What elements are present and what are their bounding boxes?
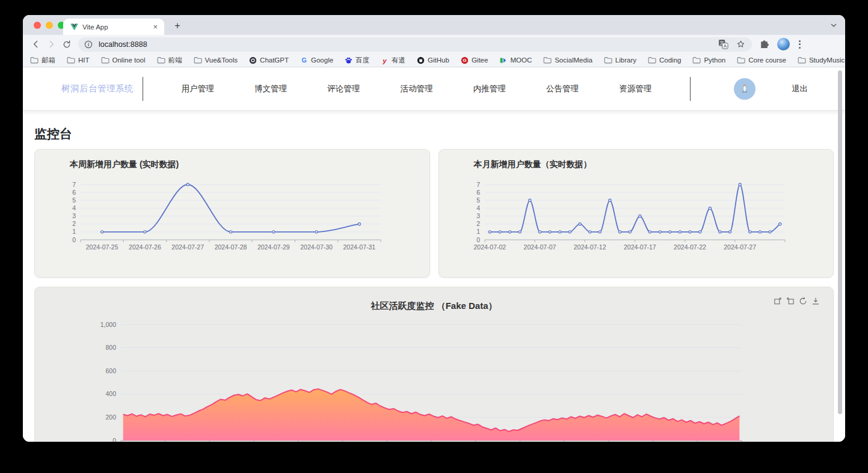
browser-tab[interactable]: Vite App ×: [63, 19, 164, 35]
translate-icon[interactable]: 文A: [718, 39, 728, 49]
activity-monitor-card: 社区活跃度监控 （Fake Data）: [34, 287, 834, 442]
toolbox-restore-icon[interactable]: [799, 297, 807, 305]
logout-button[interactable]: 退出: [792, 84, 808, 94]
browser-window: Vite App × +: [23, 15, 845, 442]
svg-text:2024-07-12: 2024-07-12: [573, 243, 606, 251]
nav-item-2[interactable]: 评论管理: [327, 84, 360, 94]
svg-text:2024-07-29: 2024-07-29: [257, 243, 290, 251]
reload-button[interactable]: [59, 37, 75, 52]
tab-overview-chevron-icon[interactable]: [830, 20, 837, 31]
screenshot-stage: Vite App × +: [0, 0, 868, 473]
bookmark-socialmedia[interactable]: SocialMedia: [543, 56, 593, 64]
folder-icon: [194, 56, 202, 64]
page-scrollbar[interactable]: [838, 70, 842, 414]
bookmark-label: 百度: [356, 56, 369, 65]
minimize-window-button[interactable]: [46, 22, 53, 29]
bookmark--[interactable]: 百度: [345, 56, 369, 65]
nav-menu: 用户管理博文管理评论管理活动管理内推管理公告管理资源管理: [143, 84, 690, 94]
svg-text:200: 200: [105, 413, 116, 421]
bookmark-label: Gitee: [472, 56, 488, 64]
bookmark-google[interactable]: GGoogle: [300, 56, 333, 64]
bookmark-coding[interactable]: Coding: [648, 56, 681, 64]
toolbox-save-image-icon[interactable]: [811, 297, 820, 305]
svg-text:4: 4: [72, 204, 76, 212]
svg-text:2024-07-07: 2024-07-07: [523, 243, 556, 251]
svg-text:2024-07-22: 2024-07-22: [674, 243, 706, 251]
weekly-chart-title: 本周新增用户数量 (实时数据): [70, 159, 429, 170]
nav-item-0[interactable]: 用户管理: [182, 84, 214, 94]
gitee-icon: G: [461, 56, 469, 64]
address-bar[interactable]: 文A: [78, 37, 752, 52]
bookmark-label: ChatGPT: [260, 56, 289, 64]
google-icon: G: [300, 56, 308, 64]
tab-close-icon[interactable]: ×: [152, 23, 159, 31]
nav-item-4[interactable]: 内推管理: [473, 84, 506, 94]
svg-text:3: 3: [476, 212, 480, 219]
svg-text:1: 1: [476, 228, 480, 235]
nav-item-6[interactable]: 资源管理: [619, 84, 651, 94]
bookmark-label: SocialMedia: [555, 56, 593, 64]
bookmark-python[interactable]: Python: [692, 56, 725, 64]
new-tab-button[interactable]: +: [171, 19, 184, 32]
svg-text:0: 0: [476, 236, 480, 243]
bookmark-github[interactable]: GitHub: [417, 56, 449, 64]
bookmark-gitee[interactable]: GGitee: [461, 56, 488, 64]
weekly-users-chart: 012345672024-07-252024-07-262024-07-2720…: [35, 171, 426, 273]
close-window-button[interactable]: [34, 22, 41, 29]
svg-text:2024-07-26: 2024-07-26: [129, 243, 161, 251]
bookmark-studymusic[interactable]: StudyMusic: [798, 56, 845, 64]
forward-button[interactable]: [43, 37, 59, 52]
bookmark-star-icon[interactable]: [736, 39, 746, 49]
svg-text:3: 3: [72, 212, 76, 219]
svg-text:0: 0: [112, 437, 116, 442]
user-avatar[interactable]: [734, 78, 756, 100]
bookmark--[interactable]: y有道: [381, 56, 405, 65]
traffic-lights: [23, 22, 65, 29]
bookmark-hit[interactable]: HIT: [67, 56, 90, 64]
browser-toolbar: 文A: [23, 35, 845, 53]
app-brand[interactable]: 树洞后台管理系统: [23, 83, 143, 94]
site-info-icon[interactable]: [84, 40, 93, 49]
youdao-icon: y: [381, 56, 389, 64]
toolbox-datazoom-reset-icon[interactable]: [786, 297, 795, 305]
bookmark-label: MOOC: [510, 56, 532, 64]
nav-item-3[interactable]: 活动管理: [400, 84, 432, 94]
toolbox-datazoom-icon[interactable]: [774, 297, 782, 305]
svg-text:0: 0: [72, 236, 76, 243]
svg-text:2: 2: [476, 220, 480, 227]
svg-text:6: 6: [72, 189, 76, 196]
svg-text:800: 800: [105, 344, 116, 351]
nav-item-1[interactable]: 博文管理: [254, 84, 287, 94]
svg-text:4: 4: [476, 204, 480, 212]
browser-profile-avatar[interactable]: [777, 38, 790, 50]
github-icon: [417, 56, 425, 64]
bookmark-chatgpt[interactable]: ChatGPT: [249, 56, 289, 64]
svg-text:2024-07-17: 2024-07-17: [623, 243, 656, 251]
browser-menu-kebab-icon[interactable]: [798, 39, 802, 50]
svg-text:2: 2: [72, 220, 76, 227]
folder-icon: [67, 56, 75, 64]
bookmark-core-course[interactable]: Core course: [737, 56, 786, 64]
back-button[interactable]: [28, 37, 43, 52]
page-title: 监控台: [34, 125, 834, 143]
folder-icon: [604, 56, 612, 64]
svg-text:1: 1: [72, 228, 76, 235]
bookmark-label: Vue&Tools: [205, 56, 238, 64]
bookmark-vue-tools[interactable]: Vue&Tools: [194, 56, 238, 64]
svg-text:7: 7: [72, 181, 76, 188]
nav-item-5[interactable]: 公告管理: [546, 84, 579, 94]
bookmark-mooc[interactable]: MOOC: [499, 56, 532, 64]
bookmark--[interactable]: 前端: [157, 56, 182, 65]
bookmark-library[interactable]: Library: [604, 56, 636, 64]
url-input[interactable]: [97, 40, 615, 49]
rocket-avatar-icon: [738, 82, 751, 96]
folder-icon: [543, 56, 552, 64]
bookmark-label: Online tool: [112, 56, 146, 64]
bookmark-label: 邮箱: [42, 56, 55, 65]
extensions-puzzle-icon[interactable]: [759, 39, 769, 49]
bookmark--[interactable]: 邮箱: [30, 56, 55, 65]
bookmark-online-tool[interactable]: Online tool: [101, 56, 146, 64]
baidu-icon: [345, 56, 352, 64]
svg-text:y: y: [382, 56, 387, 64]
svg-text:2024-07-30: 2024-07-30: [300, 243, 333, 251]
